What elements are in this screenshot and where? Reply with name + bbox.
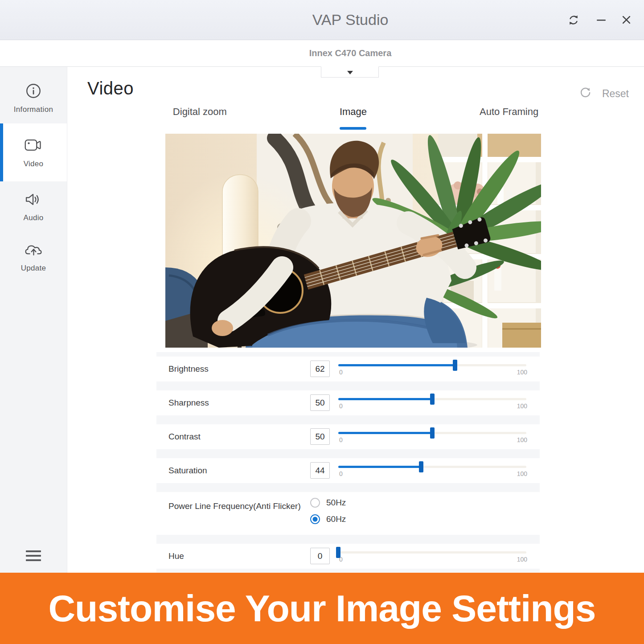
saturation-slider[interactable]: 0 100 bbox=[338, 458, 527, 483]
sidebar-item-label: Video bbox=[24, 160, 44, 168]
radio-button-icon[interactable] bbox=[310, 514, 320, 524]
setting-label: Hue bbox=[168, 551, 184, 561]
brightness-value-input[interactable]: 62 bbox=[310, 361, 330, 377]
device-name: Innex C470 Camera bbox=[67, 40, 634, 66]
radio-option-60hz[interactable]: 60Hz bbox=[310, 514, 346, 524]
slider-max-label: 100 bbox=[517, 556, 527, 563]
slider-fill bbox=[338, 432, 432, 434]
camera-preview bbox=[165, 134, 541, 348]
slider-track[interactable] bbox=[338, 551, 526, 554]
slider-fill bbox=[338, 364, 455, 366]
active-tab-underline bbox=[340, 127, 366, 130]
slider-min-label: 0 bbox=[339, 402, 343, 410]
info-icon bbox=[25, 82, 42, 99]
minimize-icon[interactable] bbox=[596, 16, 606, 25]
slider-min-label: 0 bbox=[339, 436, 343, 443]
app-title: VAP Studio bbox=[67, 0, 634, 40]
slider-min-label: 0 bbox=[339, 369, 343, 376]
setting-row-saturation: Saturation 44 0 100 bbox=[156, 458, 540, 483]
main-panel: Video Reset Digital zoom Image Auto Fram… bbox=[67, 67, 644, 573]
slider-min-label: 0 bbox=[339, 556, 343, 563]
sidebar-item-label: Information bbox=[14, 105, 53, 114]
cloud-upload-icon bbox=[25, 241, 43, 258]
sharpness-slider[interactable]: 0 100 bbox=[338, 390, 527, 415]
radio-group: 50Hz 60Hz bbox=[310, 498, 346, 524]
setting-row-brightness: Brightness 62 0 100 bbox=[156, 357, 540, 381]
sidebar-item-label: Update bbox=[21, 264, 46, 273]
preview-illustration bbox=[165, 134, 541, 348]
hue-value-input[interactable]: 0 bbox=[310, 548, 330, 564]
tab-label: Digital zoom bbox=[173, 106, 227, 118]
reset-icon bbox=[579, 86, 591, 101]
slider-handle[interactable] bbox=[430, 427, 435, 439]
tab-label: Image bbox=[340, 106, 367, 118]
reset-button[interactable]: Reset bbox=[579, 86, 629, 101]
setting-label: Saturation bbox=[168, 466, 207, 476]
tab-image[interactable]: Image bbox=[340, 106, 367, 130]
radio-option-label: 60Hz bbox=[326, 514, 346, 524]
tab-auto-framing[interactable]: Auto Framing bbox=[480, 106, 538, 130]
refresh-icon[interactable] bbox=[567, 13, 580, 27]
slider-min-label: 0 bbox=[339, 470, 343, 477]
saturation-value-input[interactable]: 44 bbox=[310, 462, 330, 479]
video-camera-icon bbox=[24, 137, 43, 154]
chevron-down-icon bbox=[347, 68, 353, 76]
setting-row-contrast: Contrast 50 0 100 bbox=[156, 424, 540, 449]
contrast-slider[interactable]: 0 100 bbox=[338, 424, 527, 449]
slider-track[interactable] bbox=[338, 432, 526, 434]
setting-label: Contrast bbox=[168, 432, 201, 442]
image-settings-panel: Brightness 62 0 100 Sharpness 50 bbox=[156, 352, 540, 572]
tab-bar: Digital zoom Image Auto Framing bbox=[67, 106, 644, 130]
tab-digital-zoom[interactable]: Digital zoom bbox=[173, 106, 227, 130]
slider-fill bbox=[338, 466, 421, 468]
slider-max-label: 100 bbox=[517, 436, 527, 443]
active-tab-underline bbox=[186, 127, 213, 130]
app-window: VAP Studio Innex C470 Camera bbox=[0, 0, 644, 644]
slider-track[interactable] bbox=[338, 398, 526, 400]
marketing-banner: Customise Your Image Settings bbox=[0, 573, 644, 644]
slider-max-label: 100 bbox=[517, 369, 527, 376]
sidebar-item-information[interactable]: Information bbox=[0, 73, 67, 123]
hamburger-icon[interactable] bbox=[26, 550, 41, 561]
sidebar: Information Video Audio Update bbox=[0, 67, 67, 573]
slider-track[interactable] bbox=[338, 364, 526, 366]
tab-label: Auto Framing bbox=[480, 106, 538, 118]
radio-option-label: 50Hz bbox=[326, 498, 346, 508]
contrast-value-input[interactable]: 50 bbox=[310, 428, 330, 445]
setting-row-power-line-frequency-anti-flicker: Power Line Frequency(Anti Flicker) 50Hz … bbox=[156, 492, 540, 535]
hue-slider[interactable]: 0 100 bbox=[338, 544, 527, 569]
sidebar-item-update[interactable]: Update bbox=[0, 232, 67, 282]
banner-text: Customise Your Image Settings bbox=[48, 587, 595, 630]
device-selector-expander[interactable] bbox=[321, 66, 379, 78]
slider-max-label: 100 bbox=[517, 402, 527, 410]
reset-label: Reset bbox=[602, 88, 629, 100]
active-tab-underline bbox=[496, 127, 522, 130]
window-controls bbox=[567, 0, 631, 40]
slider-max-label: 100 bbox=[517, 470, 527, 477]
setting-label: Power Line Frequency(Anti Flicker) bbox=[168, 501, 301, 511]
setting-label: Brightness bbox=[168, 364, 209, 374]
slider-handle[interactable] bbox=[419, 461, 423, 472]
device-bar: Innex C470 Camera bbox=[0, 40, 644, 67]
close-icon[interactable] bbox=[622, 16, 631, 24]
radio-button-icon[interactable] bbox=[310, 498, 320, 508]
page-title: Video bbox=[87, 78, 134, 98]
sidebar-item-audio[interactable]: Audio bbox=[0, 181, 67, 232]
radio-option-50hz[interactable]: 50Hz bbox=[310, 498, 346, 508]
sharpness-value-input[interactable]: 50 bbox=[310, 394, 330, 411]
slider-handle[interactable] bbox=[453, 360, 457, 371]
slider-handle[interactable] bbox=[430, 394, 435, 405]
setting-row-hue: Hue 0 0 100 bbox=[156, 544, 540, 569]
brightness-slider[interactable]: 0 100 bbox=[338, 357, 527, 381]
slider-fill bbox=[338, 398, 432, 400]
wooden-box bbox=[502, 323, 541, 348]
setting-row-sharpness: Sharpness 50 0 100 bbox=[156, 390, 540, 415]
sidebar-item-label: Audio bbox=[24, 213, 44, 222]
sidebar-item-video[interactable]: Video bbox=[0, 123, 67, 181]
title-bar: VAP Studio bbox=[0, 0, 644, 40]
slider-track[interactable] bbox=[338, 466, 526, 468]
setting-label: Sharpness bbox=[168, 398, 209, 408]
speaker-icon bbox=[25, 191, 42, 208]
